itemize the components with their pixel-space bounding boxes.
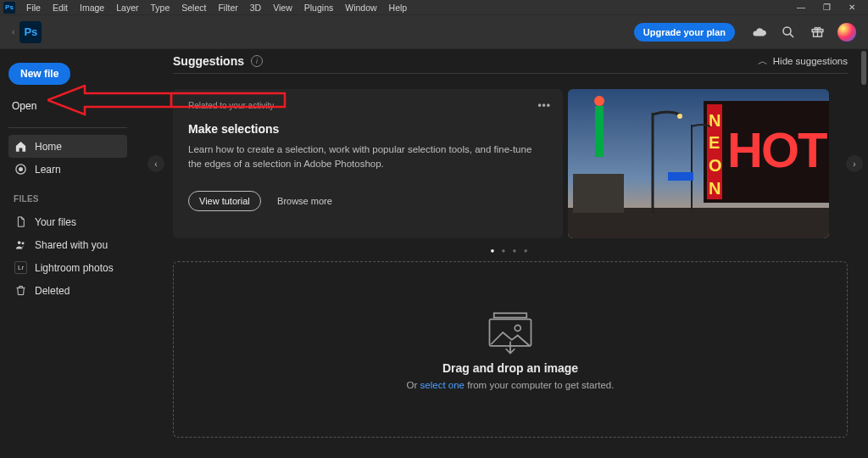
- menu-edit[interactable]: Edit: [47, 3, 74, 13]
- sidebar-item-shared[interactable]: Shared with you: [8, 233, 127, 256]
- menu-bar: File Edit Image Layer Type Select Filter…: [20, 3, 413, 13]
- menu-help[interactable]: Help: [383, 3, 414, 13]
- chevron-up-icon: ︿: [758, 55, 768, 68]
- sidebar-shared-label: Shared with you: [35, 239, 108, 251]
- svg-point-20: [594, 96, 604, 106]
- hide-suggestions-label: Hide suggestions: [773, 56, 848, 66]
- drop-title: Drag and drop an image: [442, 361, 578, 375]
- info-icon[interactable]: i: [251, 55, 263, 67]
- svg-text:N: N: [709, 111, 721, 130]
- menu-view[interactable]: View: [267, 3, 298, 13]
- related-label: Related to your activity: [188, 101, 548, 110]
- minimize-button[interactable]: —: [788, 0, 814, 15]
- sidebar: New file Open Home Learn FILES Your file…: [0, 49, 136, 458]
- menu-3d[interactable]: 3D: [244, 3, 267, 13]
- cloud-icon[interactable]: [751, 24, 768, 41]
- svg-rect-25: [494, 313, 527, 317]
- menu-image[interactable]: Image: [74, 3, 110, 13]
- title-bar: Ps File Edit Image Layer Type Select Fil…: [0, 0, 868, 15]
- file-icon: [14, 215, 27, 228]
- carousel-next-button[interactable]: ›: [846, 155, 863, 172]
- suggestions-title: Suggestions: [173, 54, 244, 68]
- menu-window[interactable]: Window: [339, 3, 382, 13]
- sidebar-lightroom-label: Lightroom photos: [35, 262, 114, 274]
- svg-point-27: [515, 325, 520, 331]
- sidebar-item-lightroom[interactable]: Lr Lightroom photos: [8, 256, 127, 279]
- sidebar-item-home[interactable]: Home: [8, 135, 127, 158]
- restore-button[interactable]: ❐: [814, 0, 839, 15]
- sidebar-item-your-files[interactable]: Your files: [8, 210, 127, 233]
- suggestion-carousel: ‹ ••• Related to your activity Make sele…: [173, 89, 848, 238]
- card-body: Learn how to create a selection, work wi…: [188, 142, 544, 172]
- svg-rect-24: [668, 172, 693, 181]
- main-content: Suggestions i ︿ Hide suggestions ‹ ••• R…: [136, 49, 868, 458]
- more-icon[interactable]: •••: [537, 99, 551, 111]
- svg-point-8: [22, 242, 25, 244]
- shared-icon: [14, 238, 27, 251]
- sidebar-item-deleted[interactable]: Deleted: [8, 279, 127, 302]
- learn-icon: [14, 163, 27, 176]
- upgrade-plan-button[interactable]: Upgrade your plan: [634, 23, 735, 42]
- sidebar-learn-label: Learn: [35, 164, 61, 176]
- suggestions-header: Suggestions i ︿ Hide suggestions: [173, 54, 848, 68]
- drop-subtext: Or select one from your computer to get …: [407, 380, 615, 390]
- sidebar-item-learn[interactable]: Learn: [8, 158, 127, 181]
- app-top-bar: ‹ Ps Upgrade your plan: [0, 15, 868, 49]
- gift-icon[interactable]: [809, 24, 826, 41]
- menu-plugins[interactable]: Plugins: [298, 3, 339, 13]
- scrollbar-thumb[interactable]: [861, 51, 866, 85]
- divider: [173, 73, 848, 74]
- close-button[interactable]: ✕: [839, 0, 865, 15]
- files-header: FILES: [14, 194, 127, 204]
- sidebar-divider: [8, 127, 127, 128]
- menu-type[interactable]: Type: [144, 3, 175, 13]
- select-one-link[interactable]: select one: [420, 380, 465, 390]
- svg-rect-11: [573, 174, 624, 213]
- sidebar-home-label: Home: [35, 141, 62, 153]
- back-chevron-icon[interactable]: ‹: [12, 27, 14, 36]
- browse-more-link[interactable]: Browse more: [277, 196, 332, 206]
- svg-text:N: N: [709, 179, 721, 198]
- card-title: Make selections: [188, 122, 548, 136]
- search-icon[interactable]: [780, 24, 797, 41]
- svg-point-0: [783, 27, 791, 35]
- svg-rect-19: [595, 106, 604, 157]
- suggestion-card[interactable]: ••• Related to your activity Make select…: [173, 89, 563, 238]
- svg-point-7: [18, 241, 21, 244]
- menu-select[interactable]: Select: [175, 3, 212, 13]
- suggestion-thumbnail[interactable]: N E O N HOT: [568, 89, 829, 238]
- svg-text:O: O: [709, 156, 722, 175]
- svg-point-6: [19, 168, 23, 171]
- carousel-prev-button[interactable]: ‹: [147, 155, 164, 172]
- sidebar-your-files-label: Your files: [35, 216, 76, 228]
- new-file-button[interactable]: New file: [8, 63, 70, 85]
- trash-icon: [14, 284, 27, 297]
- menu-file[interactable]: File: [20, 3, 47, 13]
- sidebar-deleted-label: Deleted: [35, 285, 70, 297]
- hide-suggestions-button[interactable]: ︿ Hide suggestions: [758, 55, 848, 68]
- image-drop-icon: [481, 309, 540, 356]
- menu-filter[interactable]: Filter: [212, 3, 243, 13]
- svg-point-22: [677, 114, 682, 119]
- neon-photo-icon: N E O N HOT: [568, 89, 829, 238]
- svg-line-1: [790, 33, 793, 36]
- window-controls: — ❐ ✕: [788, 0, 865, 15]
- ps-mini-icon: Ps: [3, 2, 15, 14]
- home-icon: [14, 140, 27, 153]
- svg-text:HOT: HOT: [727, 122, 827, 177]
- avatar[interactable]: [837, 23, 856, 42]
- view-tutorial-button[interactable]: View tutorial: [188, 191, 261, 211]
- drop-zone[interactable]: Drag and drop an image Or select one fro…: [173, 261, 848, 438]
- svg-text:E: E: [709, 133, 720, 152]
- ps-logo-icon: Ps: [19, 21, 42, 43]
- menu-layer[interactable]: Layer: [110, 3, 144, 13]
- open-button[interactable]: Open: [8, 98, 127, 114]
- carousel-dots[interactable]: ● ● ● ●: [173, 247, 848, 254]
- lightroom-icon: Lr: [14, 261, 27, 274]
